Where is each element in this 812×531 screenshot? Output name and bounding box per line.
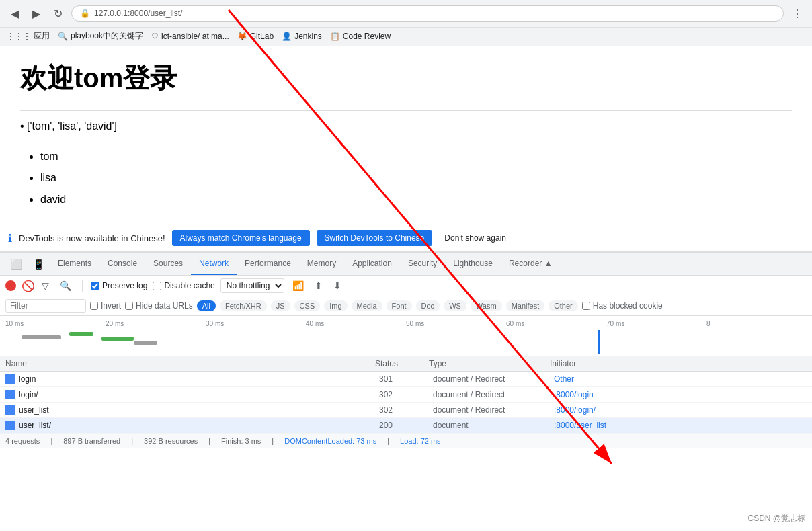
gitlab-icon: 🦊 xyxy=(237,32,247,41)
filter-other[interactable]: Other xyxy=(549,300,578,311)
filter-css[interactable]: CSS xyxy=(294,300,321,311)
row-type-login-slash: document / Redirect xyxy=(433,390,554,399)
tab-security[interactable]: Security xyxy=(400,253,445,275)
user-list-string: • ['tom', 'lisa', 'david'] xyxy=(20,120,792,132)
tl-label-20ms: 20 ms xyxy=(106,320,206,327)
filter-manifest[interactable]: Manifest xyxy=(506,300,545,311)
disable-cache-checkbox[interactable]: Disable cache xyxy=(153,281,214,290)
search-icon: 🔍 xyxy=(58,32,68,41)
filter-js[interactable]: JS xyxy=(271,300,290,311)
record-button[interactable] xyxy=(5,280,16,291)
blue-timeline-line xyxy=(598,330,600,354)
row-icon-login xyxy=(5,374,15,384)
tab-network[interactable]: Network xyxy=(191,253,237,275)
match-language-button[interactable]: Always match Chrome's language xyxy=(172,230,310,246)
dont-show-again-button[interactable]: Don't show again xyxy=(439,230,512,246)
filter-input[interactable] xyxy=(5,299,86,313)
upload-icon[interactable]: ⬆ xyxy=(312,279,325,292)
preserve-log-input[interactable] xyxy=(91,282,99,290)
preserve-log-checkbox[interactable]: Preserve log xyxy=(91,281,147,290)
filter-ws[interactable]: WS xyxy=(444,300,466,311)
wifi-icon[interactable]: 📶 xyxy=(290,279,307,292)
bookmark-gitlab-label: GitLab xyxy=(250,32,274,41)
row-name-user-list-slash: user_list/ xyxy=(19,421,379,430)
row-name-login: login xyxy=(19,374,379,384)
search-icon[interactable]: 🔍 xyxy=(57,279,74,292)
tl-bar-4 xyxy=(134,341,158,345)
filter-font[interactable]: Font xyxy=(387,300,412,311)
row-initiator-login: Other xyxy=(554,374,807,384)
extensions-button[interactable]: ⋮ xyxy=(789,5,805,22)
apps-icon: ⋮⋮⋮ xyxy=(7,32,31,41)
row-initiator-user-list[interactable]: :8000/login/ xyxy=(554,405,807,415)
tl-bar-3 xyxy=(102,337,134,341)
filter-img[interactable]: Img xyxy=(324,300,347,311)
download-icon[interactable]: ⬇ xyxy=(331,279,344,292)
table-row[interactable]: user_list/ 200 document :8000/user_list xyxy=(0,418,812,434)
filter-fetch-xhr[interactable]: Fetch/XHR xyxy=(220,300,267,311)
table-row[interactable]: login/ 302 document / Redirect :8000/log… xyxy=(0,387,812,403)
bookmark-codereview[interactable]: 📋 Code Review xyxy=(330,32,391,41)
row-initiator-user-list-slash[interactable]: :8000/user_list xyxy=(554,421,807,430)
forward-button[interactable]: ▶ xyxy=(28,5,44,22)
status-dom-content-loaded: DOMContentLoaded: 73 ms xyxy=(284,437,376,445)
hide-data-urls-checkbox[interactable]: Hide data URLs xyxy=(125,301,193,311)
tab-console[interactable]: Console xyxy=(99,253,145,275)
address-bar[interactable]: 🔒 127.0.0.1:8000/user_list/ xyxy=(71,5,784,22)
tab-performance[interactable]: Performance xyxy=(237,253,299,275)
tab-application[interactable]: Application xyxy=(344,253,400,275)
tab-sources[interactable]: Sources xyxy=(145,253,191,275)
table-header: Name Status Type Initiator xyxy=(0,356,812,372)
user-item-david: david xyxy=(40,189,792,210)
reload-button[interactable]: ↻ xyxy=(50,5,66,22)
header-name: Name xyxy=(5,359,375,368)
tl-label-80ms: 8 xyxy=(706,320,807,327)
filter-doc[interactable]: Doc xyxy=(416,300,440,311)
invert-checkbox[interactable]: Invert xyxy=(90,301,121,311)
status-load: Load: 72 ms xyxy=(400,437,441,445)
tl-label-10ms: 10 ms xyxy=(5,320,106,327)
status-resources: 392 B resources xyxy=(144,437,198,445)
back-button[interactable]: ◀ xyxy=(7,5,23,22)
bookmark-ansible[interactable]: ♡ ict-ansible/ at ma... xyxy=(151,32,229,41)
bookmark-jenkins[interactable]: 👤 Jenkins xyxy=(282,32,322,41)
info-icon: ℹ xyxy=(8,232,12,245)
filter-all[interactable]: All xyxy=(197,300,216,311)
filter-wasm[interactable]: Wasm xyxy=(471,300,502,311)
bookmarks-bar: ⋮⋮⋮ 应用 🔍 playbook中的关键字 ♡ ict-ansible/ at… xyxy=(0,27,812,46)
timeline: 10 ms 20 ms 30 ms 40 ms 50 ms 60 ms 70 m… xyxy=(0,316,812,356)
has-blocked-cookies-checkbox[interactable]: Has blocked cookie xyxy=(582,301,663,311)
clear-button[interactable]: 🚫 xyxy=(22,280,34,292)
user-list: tom lisa david xyxy=(20,146,792,210)
tab-lighthouse[interactable]: Lighthouse xyxy=(445,253,501,275)
device-icon[interactable]: 📱 xyxy=(28,255,50,274)
tab-elements[interactable]: Elements xyxy=(50,253,99,275)
row-initiator-login-slash[interactable]: :8000/login xyxy=(554,390,807,399)
switch-to-chinese-button[interactable]: Switch DevTools to Chinese xyxy=(317,230,433,246)
tl-label-30ms: 30 ms xyxy=(206,320,306,327)
disable-cache-input[interactable] xyxy=(153,282,161,290)
filter-media[interactable]: Media xyxy=(352,300,382,311)
csdn-watermark: CSDN @觉志标 xyxy=(747,513,805,524)
throttle-select[interactable]: No throttling xyxy=(220,278,284,293)
bookmark-apps[interactable]: ⋮⋮⋮ 应用 xyxy=(7,30,50,42)
header-initiator: Initiator xyxy=(550,359,807,368)
tl-label-40ms: 40 ms xyxy=(306,320,406,327)
tab-recorder[interactable]: Recorder ▲ xyxy=(501,253,561,275)
table-row[interactable]: login 301 document / Redirect Other xyxy=(0,372,812,387)
timeline-labels: 10 ms 20 ms 30 ms 40 ms 50 ms 60 ms 70 m… xyxy=(0,319,812,329)
row-status-login: 301 xyxy=(379,374,433,384)
bookmark-playbook[interactable]: 🔍 playbook中的关键字 xyxy=(58,30,143,42)
row-status-user-list: 302 xyxy=(379,405,433,415)
status-requests: 4 requests xyxy=(5,437,40,445)
status-transferred: 897 B transferred xyxy=(63,437,120,445)
row-name-login-slash: login/ xyxy=(19,390,379,399)
tab-memory[interactable]: Memory xyxy=(299,253,344,275)
devtools-notification: ℹ DevTools is now available in Chinese! … xyxy=(0,224,812,252)
table-row[interactable]: user_list 302 document / Redirect :8000/… xyxy=(0,403,812,418)
inspect-icon[interactable]: ⬜ xyxy=(5,255,28,274)
user-item-tom: tom xyxy=(40,146,792,167)
tl-bar-1 xyxy=(22,335,62,339)
bookmark-gitlab[interactable]: 🦊 GitLab xyxy=(237,32,274,41)
filter-icon[interactable]: ▽ xyxy=(39,279,52,292)
